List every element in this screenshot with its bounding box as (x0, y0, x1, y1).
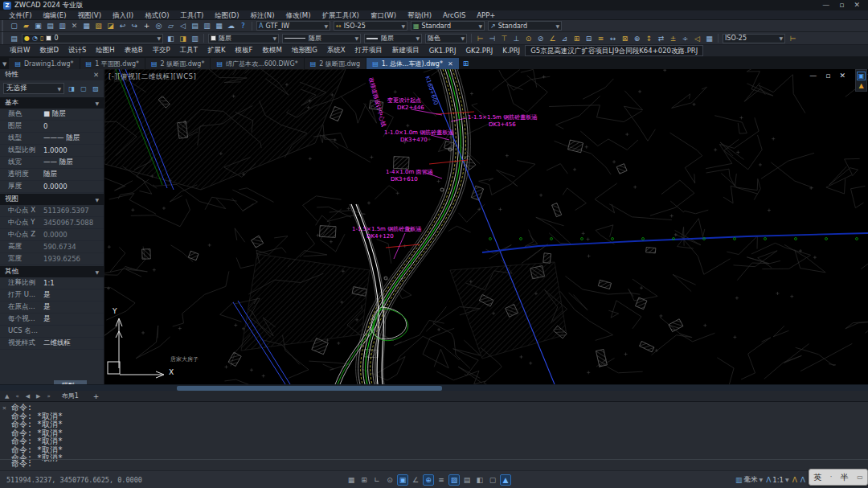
project-menu-item[interactable]: 数模M (257, 46, 286, 55)
aligned-dimension-icon[interactable]: ⊣ (486, 33, 498, 43)
menu-item[interactable]: 扩展工具(X) (316, 10, 364, 20)
property-row[interactable]: 线宽—— 随层 (0, 157, 104, 169)
close-button[interactable]: ✕ (854, 0, 860, 10)
last-tab-button[interactable]: » (43, 393, 53, 400)
lineweight-combo[interactable]: 随层 ▼ (364, 34, 422, 43)
project-link[interactable]: GK2.PRJ (461, 47, 498, 55)
document-tab[interactable]: ▤1 平面图.dwg* (80, 58, 145, 69)
annotation-scale-selector[interactable]: Λ 1:1 ▼ (766, 476, 788, 484)
menu-item[interactable]: 编辑(E) (38, 10, 72, 20)
project-menu-item[interactable]: 绘图H (91, 46, 119, 55)
menu-item[interactable]: APP+ (471, 10, 501, 20)
redo-icon[interactable]: ↪ (129, 21, 141, 31)
plot-icon[interactable]: ▥ (56, 21, 68, 31)
undo-icon[interactable]: ↩ (117, 21, 129, 31)
transparency-toggle[interactable]: ▨ (448, 474, 460, 486)
property-row[interactable]: 在原点...是 (0, 301, 104, 314)
ordinate-dimension-icon[interactable]: ⊥ (510, 33, 522, 43)
linetype-combo[interactable]: 随层 ▼ (282, 34, 361, 43)
menu-item[interactable]: 视图(V) (72, 10, 107, 20)
property-row[interactable]: 注释比例1:1 (0, 277, 104, 289)
quick-properties-toggle[interactable]: ▤ (461, 474, 473, 486)
command-close-icon[interactable]: ✕ (2, 404, 6, 412)
property-row[interactable]: 厚度0.0000 (0, 181, 104, 193)
inspection-icon[interactable]: ↕ (643, 33, 655, 43)
menu-item[interactable]: 窗口(W) (365, 10, 402, 20)
pan-icon[interactable]: + (141, 21, 153, 31)
cut-icon[interactable]: ✕ (68, 21, 80, 31)
menu-item[interactable]: 标注(N) (244, 10, 280, 20)
menu-item[interactable]: 文件(F) (3, 10, 38, 20)
project-menu-item[interactable]: 平交P (148, 46, 175, 55)
property-row[interactable]: 颜色■ 随层 (0, 109, 104, 121)
snap-toggle[interactable]: ⊞ (358, 474, 370, 486)
match-properties-icon[interactable]: ◪ (104, 21, 117, 31)
toggle-pickadd-icon[interactable]: ◨ (67, 84, 76, 93)
plot-style-combo[interactable]: 随色 ▼ (425, 34, 467, 43)
project-menu-item[interactable]: 模板F (231, 46, 258, 55)
properties-icon[interactable]: ▤ (189, 21, 201, 31)
tab-close-icon[interactable]: ✕ (448, 60, 453, 68)
ime-status-window[interactable]: 英 · 半 ▭ (809, 469, 868, 486)
project-link[interactable]: G5京昆高速汉广扩容项目LJ9合同段K64+020改路.PRJ (525, 45, 703, 56)
save-all-icon[interactable]: ▤ (44, 21, 56, 31)
dimension-update-icon[interactable]: ◁ (691, 33, 703, 43)
new-file-icon[interactable]: ▢ (8, 21, 20, 31)
project-menu-item[interactable]: 地形图G (287, 46, 322, 55)
annotation-autoscale-toggle[interactable]: Λ (800, 476, 805, 484)
annotation-scale-toggle-toggle[interactable]: ▲ (500, 474, 511, 486)
viewport-controls[interactable]: [-][俯视][二维线框][WCS] (108, 72, 196, 82)
property-row[interactable]: UCS 名... (0, 326, 104, 338)
layer-previous-icon[interactable]: ◨ (177, 33, 189, 43)
object-snap-toggle[interactable]: ▣ (397, 474, 408, 486)
copy-icon[interactable]: ▦ (80, 21, 92, 31)
canvas-horizontal-scrollbar[interactable] (0, 384, 868, 391)
dim-style-combo[interactable]: ↔ ISO-25 ▼ (334, 21, 407, 31)
dimension-edit-icon[interactable]: ⊢ (787, 33, 799, 43)
nav-pan-icon[interactable]: ▣ (857, 72, 866, 80)
project-link[interactable]: 打开项目 (350, 46, 387, 55)
document-tab[interactable]: ▤2 纵断面.dwg* (145, 58, 210, 69)
layer-isolate-icon[interactable]: ▥ (189, 33, 201, 43)
help-icon[interactable]: ? (237, 21, 249, 31)
layer-properties-icon[interactable]: ▤ (8, 33, 20, 43)
unit-selector[interactable]: ▥ 毫米 ▼ (735, 475, 763, 485)
ime-keyboard-icon[interactable]: ▭ (857, 474, 863, 481)
document-tab[interactable]: ▤Drawing1.dwg* (9, 58, 79, 69)
tab-list-chevron-icon[interactable]: ▼ (2, 61, 9, 69)
project-menu-item[interactable]: 项目W (5, 46, 35, 55)
doc-restore-button[interactable]: ▫ (825, 72, 830, 80)
project-link[interactable]: GK1.PRJ (424, 47, 461, 55)
quick-select-icon[interactable]: ▨ (91, 84, 100, 93)
next-tab-button[interactable]: ▶ (33, 393, 43, 400)
center-mark-icon[interactable]: ⊕ (631, 33, 643, 43)
menu-item[interactable]: 修改(M) (280, 10, 316, 20)
menu-item[interactable]: 格式(O) (139, 10, 174, 20)
menu-item[interactable]: ArcGIS (437, 10, 471, 20)
selection-cycling-toggle[interactable]: ◧ (474, 474, 485, 486)
drawing-canvas[interactable]: [-][俯视][二维线框][WCS] Y X — ▫ ✕ ▣ ▲ 变更设计起点D… (104, 69, 868, 384)
project-menu-item[interactable]: 设计S (63, 46, 91, 55)
section-header[interactable]: 其他▼ (0, 266, 104, 277)
open-folder-icon[interactable]: ▰ (20, 21, 32, 31)
angular-dimension-icon[interactable]: ∠ (547, 33, 559, 43)
document-tab[interactable]: ▤2 纵断面.dwg (305, 58, 366, 69)
menu-item[interactable]: 帮助(H) (402, 10, 437, 20)
new-tab-button[interactable]: ⊞ (460, 58, 473, 69)
ime-width-indicator[interactable]: 半 (841, 472, 849, 483)
lineweight-display-toggle[interactable]: ≡ (436, 474, 447, 486)
document-tab[interactable]: ▤1. 总体...车道).dwg*✕ (366, 58, 458, 69)
diameter-dimension-icon[interactable]: ⊘ (534, 33, 547, 43)
section-header[interactable]: 视图▼ (0, 194, 104, 205)
section-header[interactable]: 基本▼ (0, 97, 104, 109)
doc-minimize-button[interactable]: — (809, 72, 817, 80)
minimize-button[interactable]: — (822, 0, 829, 10)
radius-dimension-icon[interactable]: ⊙ (522, 33, 534, 43)
ime-language-indicator[interactable]: 英 (813, 472, 821, 483)
property-row[interactable]: 打开 U...是 (0, 289, 104, 301)
properties-close-icon[interactable]: ✕ (93, 71, 99, 79)
property-row[interactable]: 宽度1939.6256 (0, 253, 104, 265)
property-row[interactable]: 线型——— 随层 (0, 133, 104, 145)
designcenter-icon[interactable]: ▦ (213, 21, 225, 31)
toolbar-grip[interactable] (2, 20, 6, 31)
